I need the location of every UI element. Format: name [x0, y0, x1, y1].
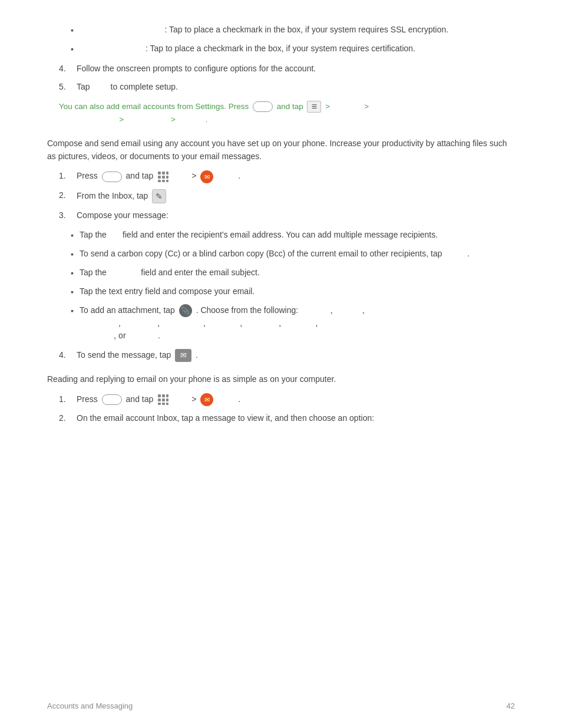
svg-rect-0 — [158, 172, 161, 174]
s1-step-num-2: 2. — [59, 189, 77, 202]
bullet-cert: : Tap to place a checkmark in the box, i… — [71, 42, 515, 55]
bullet-text-entry: Tap the text entry field and compose you… — [71, 285, 515, 298]
footer-right: 42 — [507, 701, 515, 710]
svg-rect-1 — [162, 172, 165, 174]
svg-rect-10 — [162, 394, 165, 397]
bullet-subject: Tap the field and enter the email subjec… — [71, 266, 515, 279]
home-icon-1 — [102, 172, 122, 182]
svg-rect-6 — [158, 180, 161, 182]
step-4-text: Follow the onscreen prompts to configure… — [77, 62, 316, 75]
step-5-text: Tap to complete setup. — [77, 81, 178, 93]
svg-rect-15 — [158, 403, 161, 405]
s1-step-3-text: Compose your message: — [77, 209, 168, 222]
step-4: 4. Follow the onscreen prompts to config… — [59, 62, 515, 75]
svg-rect-16 — [162, 403, 165, 405]
svg-rect-3 — [158, 176, 161, 179]
green-gt1 — [74, 115, 117, 124]
svg-rect-17 — [166, 403, 168, 405]
green-gt3 — [178, 115, 203, 124]
top-bullet-list: : Tap to place a checkmark in the box, i… — [71, 24, 515, 55]
green-note: You can also add email accounts from Set… — [59, 100, 515, 126]
step-5: 5. Tap to complete setup. — [59, 81, 515, 93]
section1-step4-list: 4. To send the message, tap . — [59, 349, 515, 362]
bullet-text-entry-text: Tap the text entry field and compose you… — [80, 285, 254, 298]
step-num-4: 4. — [59, 62, 77, 75]
svg-rect-11 — [166, 394, 168, 397]
s1-step-num-4: 4. — [59, 349, 77, 361]
s2-step-num-1: 1. — [59, 393, 77, 406]
bullet-to-field: Tap the field and enter the recipient's … — [71, 229, 515, 242]
green-gt2 — [126, 115, 168, 124]
home-icon-2 — [102, 394, 122, 405]
footer: Accounts and Messaging 42 — [47, 701, 515, 710]
s2-step-2-text: On the email account Inbox, tap a messag… — [77, 412, 374, 424]
compose-icon — [152, 189, 166, 203]
s2-step-num-2: 2. — [59, 412, 77, 424]
svg-rect-4 — [162, 176, 165, 179]
bullet-cert-text: : Tap to place a checkmark in the box, i… — [80, 42, 415, 55]
grid-icon-2 — [157, 394, 169, 406]
bullet-cc-bcc: To send a carbon copy (Cc) or a blind ca… — [71, 248, 515, 261]
section1-bullet-list: Tap the field and enter the recipient's … — [71, 229, 515, 342]
svg-rect-13 — [162, 398, 165, 401]
step-num-5: 5. — [59, 81, 77, 93]
bullet-ssl-text: : Tap to place a checkmark in the box, i… — [80, 24, 448, 36]
s1-step-2-text: From the Inbox, tap — [77, 189, 168, 203]
home-button-icon — [253, 101, 273, 112]
section2-para: Reading and replying to email on your ph… — [47, 373, 515, 386]
bullet-attachment-text: To add an attachment, tap . Choose from … — [80, 304, 365, 342]
footer-left: Accounts and Messaging — [47, 701, 133, 710]
s1-step-4-text: To send the message, tap . — [77, 349, 198, 362]
bullet-ssl: : Tap to place a checkmark in the box, i… — [71, 24, 515, 37]
s1-step-num-3: 3. — [59, 209, 77, 222]
bullet-subject-text: Tap the field and enter the email subjec… — [80, 266, 260, 279]
svg-rect-12 — [158, 398, 161, 401]
svg-rect-5 — [166, 176, 168, 179]
bullet-cc-text: To send a carbon copy (Cc) or a blind ca… — [80, 248, 470, 260]
bullet-attachment: To add an attachment, tap . Choose from … — [71, 304, 515, 342]
svg-rect-2 — [166, 172, 168, 174]
s2-step-2: 2. On the email account Inbox, tap a mes… — [59, 412, 515, 424]
email-orange-icon-2 — [200, 393, 213, 406]
menu-icon — [307, 101, 321, 113]
svg-rect-8 — [166, 180, 168, 182]
s2-step-1: 1. Press and tap > . — [59, 393, 515, 406]
top-numbered-list: 4. Follow the onscreen prompts to config… — [59, 62, 515, 93]
send-icon — [175, 349, 191, 362]
s1-step-3: 3. Compose your message: — [59, 209, 515, 222]
attach-icon — [179, 304, 192, 317]
s1-step-1: 1. Press and tap > . — [59, 170, 515, 183]
s1-step-4: 4. To send the message, tap . — [59, 349, 515, 362]
grid-icon-1 — [157, 171, 169, 183]
email-orange-icon-1 — [200, 170, 213, 183]
s2-step-1-text: Press and tap > . — [77, 393, 240, 406]
s1-step-num-1: 1. — [59, 170, 77, 182]
section1-para: Compose and send email using any account… — [47, 137, 515, 163]
svg-rect-14 — [166, 398, 168, 401]
s1-step-2: 2. From the Inbox, tap — [59, 189, 515, 203]
bullet-to-text: Tap the field and enter the recipient's … — [80, 229, 438, 241]
s1-step-1-text: Press and tap > . — [77, 170, 240, 183]
svg-rect-9 — [158, 394, 161, 397]
section2-numbered-list: 1. Press and tap > . — [59, 393, 515, 424]
svg-rect-7 — [162, 180, 165, 182]
section1-numbered-list: 1. Press and tap > . — [59, 170, 515, 221]
